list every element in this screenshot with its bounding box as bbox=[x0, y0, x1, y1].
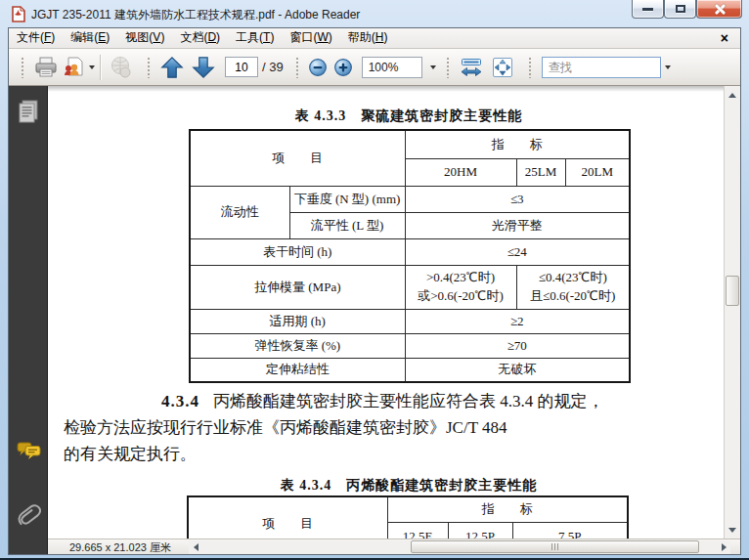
zoom-level-value: 100% bbox=[369, 61, 399, 74]
share-review-button[interactable] bbox=[62, 53, 95, 82]
zoom-out-icon bbox=[308, 58, 328, 77]
table-cell: 定伸粘结性 bbox=[190, 358, 405, 382]
table-cell: ≤24 bbox=[405, 238, 630, 265]
vertical-scroll-thumb[interactable] bbox=[726, 276, 739, 306]
main-row: 表 4.3.3 聚硫建筑密封胶主要性能 项 目 指 标 20HM 25LM 20… bbox=[48, 86, 740, 538]
print-icon bbox=[34, 57, 58, 78]
fit-page-icon bbox=[491, 57, 514, 78]
status-bar: 29.665 x 21.023 厘米 bbox=[48, 538, 740, 554]
fit-page-button[interactable] bbox=[487, 53, 518, 82]
toolbar-grip[interactable] bbox=[295, 57, 299, 78]
find-dropdown-caret[interactable] bbox=[665, 65, 671, 69]
next-page-button[interactable] bbox=[188, 53, 219, 82]
zoom-out-button[interactable] bbox=[305, 53, 330, 82]
minimize-icon bbox=[642, 8, 653, 11]
share-dropdown-caret bbox=[89, 65, 95, 69]
restore-icon bbox=[676, 5, 685, 13]
table-433-grade: 25LM bbox=[516, 158, 565, 186]
table-434-grade: 12.5P bbox=[448, 522, 512, 538]
previous-page-button[interactable] bbox=[156, 53, 188, 82]
toolbar-grip[interactable] bbox=[21, 57, 24, 78]
scroll-right-icon bbox=[722, 543, 727, 551]
restore-button[interactable] bbox=[664, 0, 696, 19]
navigation-pane bbox=[9, 86, 48, 554]
table-434-caption: 表 4.3.4 丙烯酸酯建筑密封胶主要性能 bbox=[189, 477, 629, 495]
scroll-up-button[interactable] bbox=[725, 87, 740, 103]
close-button[interactable] bbox=[696, 0, 742, 19]
toolbar-separator bbox=[100, 55, 101, 80]
scroll-left-icon bbox=[194, 543, 198, 551]
table-434-header-item: 项 目 bbox=[188, 496, 387, 538]
toolbar-grip[interactable] bbox=[446, 57, 450, 78]
zoom-dropdown-caret[interactable] bbox=[430, 65, 436, 69]
online-services-button[interactable] bbox=[106, 53, 137, 82]
table-cell: ≤0.4(23℃时) 且≤0.6(-20℃时) bbox=[516, 265, 630, 309]
menu-help[interactable]: 帮助(H) bbox=[340, 26, 396, 50]
next-page-icon bbox=[192, 56, 215, 79]
pdf-document-icon bbox=[10, 6, 26, 22]
table-433-header-item: 项 目 bbox=[190, 130, 405, 186]
title-bar[interactable]: JGJT 235-2011 建筑外墙防水工程技术规程.pdf - Adobe R… bbox=[0, 0, 749, 27]
menu-edit[interactable]: 编辑(E) bbox=[63, 26, 117, 50]
table-433-caption: 表 4.3.3 聚硫建筑密封胶主要性能 bbox=[189, 108, 629, 125]
menu-bar: 文件(F) 编辑(E) 视图(V) 文档(D) 工具(T) 窗口(W) 帮助(H… bbox=[9, 28, 740, 49]
menu-file[interactable]: 文件(F) bbox=[9, 26, 63, 50]
close-icon bbox=[714, 3, 726, 15]
zoom-in-button[interactable] bbox=[330, 53, 356, 82]
menu-tools[interactable]: 工具(T) bbox=[228, 26, 282, 50]
scroll-right-button[interactable] bbox=[717, 540, 730, 554]
scroll-down-button[interactable] bbox=[725, 522, 740, 538]
table-434-grade: 7.5P bbox=[512, 522, 628, 538]
document-page[interactable]: 表 4.3.3 聚硫建筑密封胶主要性能 项 目 指 标 20HM 25LM 20… bbox=[48, 86, 724, 538]
close-document-button[interactable]: × bbox=[721, 31, 728, 45]
clause-434-line3: 的有关规定执行。 bbox=[64, 443, 724, 465]
table-cell: 流动性 bbox=[190, 186, 289, 238]
table-cell: ≥2 bbox=[405, 309, 630, 333]
table-433: 项 目 指 标 20HM 25LM 20LM 流动性 下垂度 (N 型) (mm… bbox=[189, 129, 631, 383]
table-cell: 无破坏 bbox=[405, 358, 630, 382]
menu-window[interactable]: 窗口(W) bbox=[282, 26, 339, 50]
page-number-input[interactable] bbox=[225, 57, 258, 77]
horizontal-scrollbar[interactable] bbox=[189, 540, 730, 554]
fit-width-icon bbox=[460, 57, 483, 78]
table-434-grade: 12.5E bbox=[387, 522, 448, 538]
page-size-label: 29.665 x 21.023 厘米 bbox=[69, 540, 171, 555]
body-row: 表 4.3.3 聚硫建筑密封胶主要性能 项 目 指 标 20HM 25LM 20… bbox=[9, 86, 740, 554]
table-cell: 光滑平整 bbox=[405, 212, 630, 238]
toolbar: / 39 100% bbox=[9, 49, 740, 86]
comments-icon[interactable] bbox=[16, 440, 42, 463]
table-434: 项 目 指 标 12.5E 12.5P 7.5P bbox=[187, 495, 629, 538]
window-content: 文件(F) 编辑(E) 视图(V) 文档(D) 工具(T) 窗口(W) 帮助(H… bbox=[8, 27, 741, 555]
table-cell: 流平性 (L 型) bbox=[289, 212, 405, 238]
adobe-reader-window: JGJT 235-2011 建筑外墙防水工程技术规程.pdf - Adobe R… bbox=[0, 0, 749, 560]
clause-434-line1: 4.3.4丙烯酸酯建筑密封胶主要性能应符合表 4.3.4 的规定， bbox=[64, 390, 724, 412]
table-434-header-indicator: 指 标 bbox=[387, 496, 628, 522]
toolbar-grip[interactable] bbox=[147, 57, 151, 78]
scroll-up-icon bbox=[728, 93, 736, 98]
table-cell: 弹性恢复率 (%) bbox=[190, 333, 405, 358]
menu-view[interactable]: 视图(V) bbox=[117, 26, 172, 50]
previous-page-icon bbox=[160, 56, 184, 79]
zoom-level-select[interactable]: 100% bbox=[362, 57, 422, 78]
clause-434-line2: 检验方法应按现行行业标准《丙烯酸酯建筑密封胶》JC/T 484 bbox=[64, 416, 724, 439]
find-input[interactable] bbox=[542, 57, 661, 78]
table-433-grade: 20LM bbox=[565, 158, 630, 186]
menu-document[interactable]: 文档(D) bbox=[172, 26, 228, 50]
page-thumbnails-icon[interactable] bbox=[16, 98, 41, 127]
document-column: 表 4.3.3 聚硫建筑密封胶主要性能 项 目 指 标 20HM 25LM 20… bbox=[48, 86, 740, 554]
minimize-button[interactable] bbox=[632, 0, 664, 19]
table-cell: 下垂度 (N 型) (mm) bbox=[289, 186, 405, 212]
table-cell: 适用期 (h) bbox=[190, 309, 405, 333]
clause-number: 4.3.4 bbox=[161, 392, 199, 410]
print-button[interactable] bbox=[30, 53, 62, 82]
page-total-label: / 39 bbox=[262, 60, 284, 74]
toolbar-grip[interactable] bbox=[528, 57, 532, 78]
vertical-scrollbar[interactable] bbox=[724, 86, 740, 538]
table-cell: ≥70 bbox=[405, 333, 630, 358]
fit-width-button[interactable] bbox=[456, 53, 487, 82]
horizontal-scroll-thumb[interactable] bbox=[411, 540, 699, 553]
attachments-icon[interactable] bbox=[16, 500, 41, 534]
scroll-left-button[interactable] bbox=[189, 540, 202, 554]
online-services-icon bbox=[109, 56, 134, 79]
window-title: JGJT 235-2011 建筑外墙防水工程技术规程.pdf - Adobe R… bbox=[31, 7, 360, 23]
